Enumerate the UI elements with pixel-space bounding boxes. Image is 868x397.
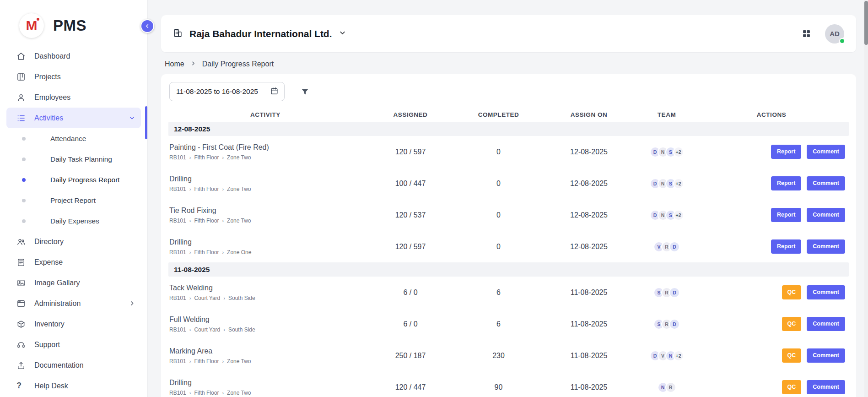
date-range-input[interactable]: 11-08-2025 to 16-08-2025 [169, 82, 285, 101]
activity-path: RB101› Court Yard› South Side [169, 326, 362, 333]
column-header: ACTIVITY [168, 111, 362, 118]
path-area: Court Yard [194, 295, 220, 301]
assigned-value: 250 / 187 [362, 352, 458, 360]
sidebar-item-directory[interactable]: Directory [6, 231, 141, 252]
chevron-right-icon: › [222, 250, 224, 255]
date-group-header: 12-08-2025 [168, 122, 849, 136]
activity-title: Marking Area [169, 347, 362, 355]
comment-button[interactable]: Comment [807, 208, 845, 222]
report-button[interactable]: Report [771, 208, 801, 222]
content-card: 11-08-2025 to 16-08-2025 ACTIVITY ASSIGN… [161, 74, 856, 397]
completed-value: 0 [458, 243, 539, 251]
comment-button[interactable]: Comment [807, 317, 845, 331]
qc-button[interactable]: QC [782, 348, 802, 363]
sidebar-item-administration[interactable]: Administration [6, 293, 141, 314]
chevron-right-icon: › [222, 390, 224, 396]
team-avatar[interactable]: D [669, 287, 680, 298]
chevron-right-icon: › [222, 218, 224, 223]
assigned-value: 120 / 597 [362, 243, 458, 251]
sidebar-item-dashboard[interactable]: Dashboard [6, 46, 141, 66]
assign-on-date: 12-08-2025 [539, 243, 639, 251]
sidebar-item-activities[interactable]: Activities [6, 108, 141, 128]
team-avatar[interactable]: D [669, 319, 680, 330]
avatar-initials: AD [830, 30, 840, 38]
sidebar-item-label: Attendance [50, 135, 86, 143]
filter-row: 11-08-2025 to 16-08-2025 [168, 82, 849, 107]
assigned-value: 6 / 0 [362, 320, 458, 328]
sidebar-item-daily-expenses[interactable]: Daily Expenses [6, 211, 141, 231]
path-zone: Zone Two [227, 154, 251, 161]
calendar-icon [270, 87, 279, 97]
path-site: RB101 [169, 186, 186, 192]
comment-button[interactable]: Comment [807, 380, 845, 394]
sidebar-item-attendance[interactable]: Attendance [6, 128, 141, 149]
app-title: PMS [53, 17, 86, 34]
apps-grid-icon[interactable] [802, 29, 811, 38]
comment-button[interactable]: Comment [807, 239, 845, 254]
scrollbar[interactable] [864, 0, 868, 397]
table-row: Painting - First Coat (Fire Red) RB101› … [168, 136, 849, 168]
sidebar-item-support[interactable]: Support [6, 334, 141, 355]
completed-value: 0 [458, 148, 539, 156]
sidebar-item-label: Daily Task Planning [50, 155, 112, 163]
activity-path: RB101› Fifth Floor› Zone One [169, 249, 362, 256]
team-avatar[interactable]: R [665, 382, 676, 393]
completed-value: 230 [458, 352, 539, 360]
company-selector[interactable]: Raja Bahadur International Ltd. [173, 28, 346, 40]
sidebar-item-project-report[interactable]: Project Report [6, 190, 141, 211]
qc-button[interactable]: QC [782, 380, 802, 394]
sidebar-item-help-desk[interactable]: ? Help Desk [6, 375, 141, 396]
bullet-icon [22, 137, 26, 141]
comment-button[interactable]: Comment [807, 145, 845, 159]
table-row: Full Welding RB101› Court Yard› South Si… [168, 308, 849, 340]
sidebar-collapse-button[interactable] [140, 19, 154, 33]
team-avatar-more[interactable]: +2 [673, 147, 684, 158]
report-button[interactable]: Report [771, 239, 801, 254]
team-avatars: D N S +2 [639, 147, 694, 158]
activity-path: RB101› Court Yard› South Side [169, 295, 362, 301]
bullet-icon [22, 199, 26, 202]
scrollbar-thumb[interactable] [864, 1, 868, 45]
column-header: TEAM [639, 111, 694, 118]
sidebar-item-daily-progress-report[interactable]: Daily Progress Report [6, 169, 141, 190]
user-avatar[interactable]: AD [825, 24, 844, 44]
assign-on-date: 12-08-2025 [539, 179, 639, 188]
team-avatar[interactable]: D [669, 241, 680, 252]
sidebar-item-projects[interactable]: Projects [6, 66, 141, 87]
sidebar-item-image-gallery[interactable]: Image Gallary [6, 272, 141, 293]
sidebar-item-label: Project Report [50, 196, 96, 205]
team-avatars: S R D [639, 319, 694, 330]
comment-button[interactable]: Comment [807, 176, 845, 190]
chevron-right-icon: › [189, 250, 191, 255]
report-button[interactable]: Report [771, 145, 801, 159]
logo-row: M PMS [0, 0, 147, 38]
path-area: Fifth Floor [194, 358, 219, 364]
sidebar-item-expense[interactable]: Expense [6, 252, 141, 272]
sidebar-item-documentation[interactable]: Documentation [6, 355, 141, 375]
qc-button[interactable]: QC [782, 285, 802, 299]
sidebar-item-employees[interactable]: Employees [6, 87, 141, 108]
sidebar-item-label: Support [34, 341, 60, 349]
assign-on-date: 11-08-2025 [539, 320, 639, 328]
main-area: Raja Bahadur International Ltd. AD Home … [148, 0, 868, 397]
team-avatar-more[interactable]: +2 [673, 210, 684, 221]
assign-on-date: 11-08-2025 [539, 352, 639, 360]
sidebar-item-label: Employees [34, 93, 70, 102]
window-icon [16, 299, 26, 308]
comment-button[interactable]: Comment [807, 285, 845, 299]
comment-button[interactable]: Comment [807, 348, 845, 363]
sidebar-item-label: Dashboard [34, 52, 70, 60]
qc-button[interactable]: QC [782, 317, 802, 331]
chevron-right-icon: › [222, 186, 224, 192]
sidebar-item-daily-task-planning[interactable]: Daily Task Planning [6, 149, 141, 169]
sidebar-item-inventory[interactable]: Inventory [6, 314, 141, 334]
filter-icon[interactable] [300, 87, 310, 97]
path-zone: Zone Two [227, 358, 251, 364]
team-avatar-more[interactable]: +2 [673, 350, 684, 361]
report-button[interactable]: Report [771, 176, 801, 190]
sidebar-item-label: Daily Progress Report [50, 176, 120, 184]
list-icon [16, 114, 26, 123]
team-avatar-more[interactable]: +2 [673, 178, 684, 189]
breadcrumb-home[interactable]: Home [165, 60, 184, 68]
path-zone: Zone Two [227, 186, 251, 192]
